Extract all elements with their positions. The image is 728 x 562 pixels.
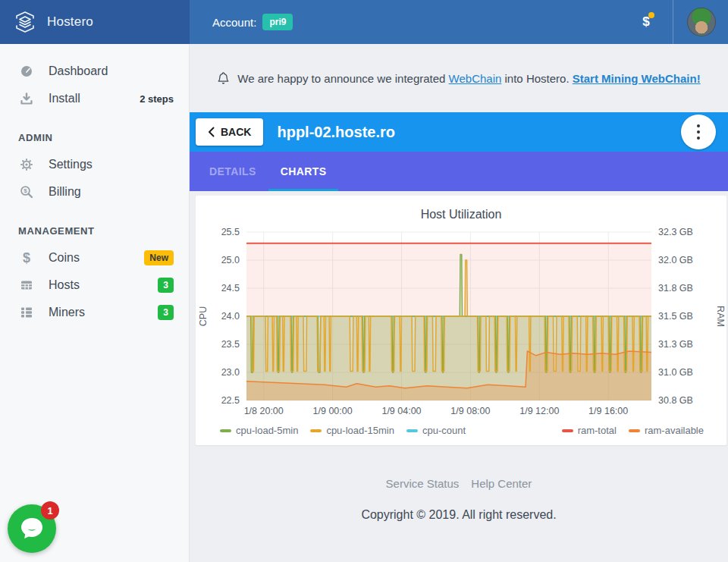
install-steps-label: 2 steps <box>140 93 174 105</box>
legend-item-cpu-load-5min[interactable]: cpu-load-5min <box>220 425 298 436</box>
svg-text:1/9 12:00: 1/9 12:00 <box>519 406 559 416</box>
gear-icon <box>18 158 35 171</box>
chat-unread-badge: 1 <box>41 501 59 520</box>
svg-text:25.0: 25.0 <box>221 255 240 265</box>
sidebar-label: Hosts <box>49 278 80 292</box>
tab-details[interactable]: DETAILS <box>197 152 268 191</box>
sidebar-item-billing[interactable]: $ Billing <box>0 178 189 206</box>
announcement-banner: We are happy to announce we integrated W… <box>190 44 728 112</box>
host-header: BACK hppl-02.hoste.ro <box>190 112 728 152</box>
back-button-label: BACK <box>221 126 251 138</box>
sidebar-item-settings[interactable]: Settings <box>0 151 189 178</box>
host-utilization-chart: Host Utilization1/8 20:001/9 00:001/9 04… <box>196 199 726 420</box>
legend-item-ram-available[interactable]: ram-available <box>629 425 704 436</box>
sidebar-item-dashboard[interactable]: Dashboard <box>0 58 189 85</box>
gauge-icon <box>18 64 35 78</box>
legend-swatch <box>310 429 322 432</box>
sidebar-item-coins[interactable]: $ Coins New <box>0 244 189 272</box>
legend-swatch <box>562 429 573 432</box>
top-bar: Hostero Account: pri9 $ <box>0 0 728 44</box>
earnings-button[interactable]: $ <box>636 11 656 33</box>
list-icon <box>18 306 35 319</box>
sidebar-label: Coins <box>49 251 80 265</box>
svg-text:30.8 GB: 30.8 GB <box>658 395 693 406</box>
banner-text: We are happy to announce we integrated W… <box>237 72 700 85</box>
account-label: Account: <box>212 16 256 29</box>
svg-text:32.0 GB: 32.0 GB <box>658 255 693 265</box>
avatar[interactable] <box>687 8 716 36</box>
chat-button[interactable]: 1 <box>8 504 56 553</box>
kebab-dot <box>697 137 700 140</box>
legend-label: cpu-load-15min <box>326 425 394 436</box>
chart-legend: cpu-load-5mincpu-load-15mincpu-count ram… <box>196 423 726 439</box>
svg-text:1/9 00:00: 1/9 00:00 <box>313 406 353 416</box>
svg-text:22.5: 22.5 <box>221 395 240 406</box>
svg-text:1/8 20:00: 1/8 20:00 <box>244 406 284 416</box>
coins-new-badge: New <box>144 250 174 265</box>
download-icon <box>18 93 35 105</box>
svg-text:CPU: CPU <box>198 306 209 326</box>
legend-item-cpu-count[interactable]: cpu-count <box>406 425 466 436</box>
hostero-logo-icon <box>12 10 38 34</box>
sidebar-label: Billing <box>49 185 81 199</box>
svg-text:24.0: 24.0 <box>221 311 240 322</box>
chart-card: Host Utilization1/8 20:001/9 00:001/9 04… <box>196 196 726 445</box>
start-mining-link[interactable]: Start Mining WebChain! <box>573 72 701 85</box>
hosts-count-badge: 3 <box>158 278 174 293</box>
svg-text:24.5: 24.5 <box>221 283 240 294</box>
notification-dot <box>648 12 654 18</box>
sidebar-label: Miners <box>49 306 85 319</box>
legend-label: ram-total <box>578 425 617 436</box>
help-center-link[interactable]: Help Center <box>471 477 532 490</box>
kebab-menu-button[interactable] <box>681 115 716 149</box>
legend-swatch <box>220 429 231 432</box>
brand-name: Hostero <box>47 14 93 30</box>
legend-group-ram: ram-totalram-available <box>562 425 704 436</box>
sidebar-section-management: MANAGEMENT <box>0 206 189 244</box>
svg-text:25.5: 25.5 <box>221 227 240 237</box>
miners-count-badge: 3 <box>158 305 174 320</box>
sidebar-label: Settings <box>49 158 93 171</box>
svg-text:$: $ <box>23 250 30 265</box>
footer: Service Status Help Center Copyright © 2… <box>190 477 728 522</box>
svg-text:1/9 08:00: 1/9 08:00 <box>450 406 490 416</box>
sidebar-label: Dashboard <box>49 64 108 78</box>
legend-item-cpu-load-15min[interactable]: cpu-load-15min <box>310 425 394 436</box>
svg-text:23.0: 23.0 <box>221 367 240 378</box>
legend-item-ram-total[interactable]: ram-total <box>562 425 617 436</box>
svg-text:Host Utilization: Host Utilization <box>421 208 502 221</box>
legend-label: ram-available <box>645 425 704 436</box>
svg-text:1/9 04:00: 1/9 04:00 <box>381 406 421 416</box>
sidebar-item-install[interactable]: Install 2 steps <box>0 85 189 112</box>
table-icon <box>18 278 35 292</box>
kebab-dot <box>697 124 700 127</box>
tab-charts[interactable]: CHARTS <box>268 152 339 191</box>
svg-text:31.8 GB: 31.8 GB <box>658 283 693 294</box>
main-content: We are happy to announce we integrated W… <box>190 44 728 562</box>
svg-text:23.5: 23.5 <box>221 339 240 350</box>
top-bar-right: Account: pri9 $ <box>190 0 728 44</box>
service-status-link[interactable]: Service Status <box>386 477 460 490</box>
kebab-dot <box>697 130 700 133</box>
coins-dollar-icon: $ <box>18 250 35 265</box>
webchain-link[interactable]: WebChain <box>449 72 502 85</box>
sidebar-item-miners[interactable]: Miners 3 <box>0 299 189 326</box>
chat-bubble-icon <box>19 516 45 541</box>
sidebar-label: Install <box>49 92 80 105</box>
back-button[interactable]: BACK <box>196 118 263 146</box>
svg-text:RAM: RAM <box>715 306 726 327</box>
svg-text:31.0 GB: 31.0 GB <box>658 367 693 378</box>
svg-text:1/9 16:00: 1/9 16:00 <box>588 406 628 416</box>
legend-label: cpu-count <box>422 425 466 436</box>
svg-text:32.3 GB: 32.3 GB <box>658 227 693 237</box>
account-badge[interactable]: pri9 <box>262 14 293 30</box>
sidebar: Dashboard Install 2 steps ADMIN Settings… <box>0 44 190 562</box>
copyright-text: Copyright © 2019. All right reserved. <box>190 508 728 522</box>
svg-text:$: $ <box>24 187 27 194</box>
sidebar-item-hosts[interactable]: Hosts 3 <box>0 272 189 299</box>
sidebar-section-admin: ADMIN <box>0 112 189 151</box>
legend-swatch <box>629 429 640 432</box>
search-dollar-icon: $ <box>18 185 35 199</box>
svg-text:31.5 GB: 31.5 GB <box>658 311 693 322</box>
bell-icon <box>217 71 230 85</box>
